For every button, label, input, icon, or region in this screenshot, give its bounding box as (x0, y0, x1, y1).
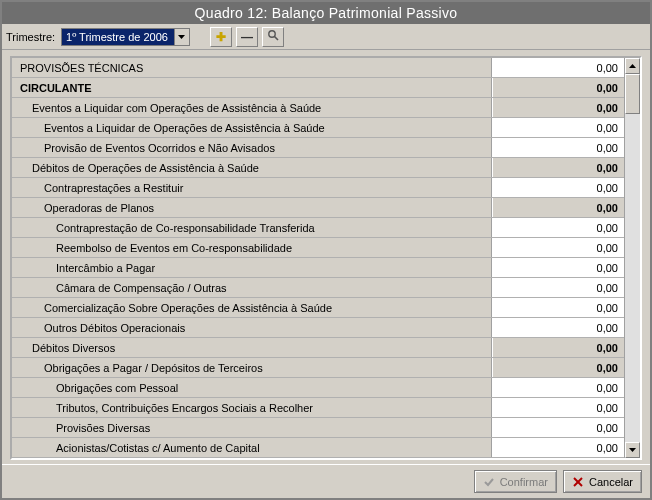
titlebar: Quadro 12: Balanço Patrimonial Passivo (2, 2, 650, 24)
row-value[interactable]: 0,00 (492, 278, 624, 297)
row-value[interactable]: 0,00 (492, 158, 624, 177)
row-value[interactable]: 0,00 (492, 78, 624, 97)
table-row[interactable]: Obrigações a Pagar / Depósitos de Tercei… (12, 358, 624, 378)
row-label: Contraprestação de Co-responsabilidade T… (12, 218, 492, 237)
svg-point-1 (269, 31, 275, 37)
content-area: PROVISÕES TÉCNICAS0,00CIRCULANTE0,00Even… (2, 50, 650, 464)
row-label: Provisão de Eventos Ocorridos e Não Avis… (12, 138, 492, 157)
table-row[interactable]: Provisões Diversas0,00 (12, 418, 624, 438)
row-value[interactable]: 0,00 (492, 238, 624, 257)
table-row[interactable]: Eventos a Liquidar de Operações de Assis… (12, 118, 624, 138)
row-label: CIRCULANTE (12, 78, 492, 97)
table-row[interactable]: CIRCULANTE0,00 (12, 78, 624, 98)
scroll-track[interactable] (625, 74, 640, 442)
check-icon (483, 476, 495, 488)
scroll-thumb[interactable] (625, 74, 640, 114)
row-value[interactable]: 0,00 (492, 98, 624, 117)
row-value[interactable]: 0,00 (492, 258, 624, 277)
trimestre-label: Trimestre: (6, 31, 55, 43)
table-row[interactable]: Operadoras de Planos0,00 (12, 198, 624, 218)
plus-icon: ✚ (216, 30, 226, 44)
balance-grid: PROVISÕES TÉCNICAS0,00CIRCULANTE0,00Even… (10, 56, 642, 460)
row-label: Contraprestações a Restituir (12, 178, 492, 197)
row-value[interactable]: 0,00 (492, 318, 624, 337)
row-value[interactable]: 0,00 (492, 198, 624, 217)
row-label: Operadoras de Planos (12, 198, 492, 217)
table-row[interactable]: Reembolso de Eventos em Co-responsabilid… (12, 238, 624, 258)
table-row[interactable]: Tributos, Contribuições Encargos Sociais… (12, 398, 624, 418)
chevron-down-icon[interactable] (174, 29, 189, 45)
row-value[interactable]: 0,00 (492, 298, 624, 317)
table-row[interactable]: Eventos a Liquidar com Operações de Assi… (12, 98, 624, 118)
app-window: Quadro 12: Balanço Patrimonial Passivo T… (0, 0, 652, 500)
row-label: Acionistas/Cotistas c/ Aumento de Capita… (12, 438, 492, 457)
row-value[interactable]: 0,00 (492, 58, 624, 77)
row-label: Reembolso de Eventos em Co-responsabilid… (12, 238, 492, 257)
row-value[interactable]: 0,00 (492, 438, 624, 457)
row-label: Intercâmbio a Pagar (12, 258, 492, 277)
window-title: Quadro 12: Balanço Patrimonial Passivo (195, 5, 458, 21)
table-row[interactable]: Intercâmbio a Pagar0,00 (12, 258, 624, 278)
grid-rows: PROVISÕES TÉCNICAS0,00CIRCULANTE0,00Even… (12, 58, 624, 458)
row-value[interactable]: 0,00 (492, 398, 624, 417)
toolbar: Trimestre: 1º Trimestre de 2006 ✚ — (2, 24, 650, 50)
table-row[interactable]: Provisão de Eventos Ocorridos e Não Avis… (12, 138, 624, 158)
row-label: Tributos, Contribuições Encargos Sociais… (12, 398, 492, 417)
table-row[interactable]: Acionistas/Cotistas c/ Aumento de Capita… (12, 438, 624, 458)
table-row[interactable]: Contraprestações a Restituir0,00 (12, 178, 624, 198)
row-value[interactable]: 0,00 (492, 178, 624, 197)
row-value[interactable]: 0,00 (492, 118, 624, 137)
trimestre-select[interactable]: 1º Trimestre de 2006 (61, 28, 190, 46)
table-row[interactable]: Débitos Diversos0,00 (12, 338, 624, 358)
svg-marker-4 (629, 448, 636, 452)
table-row[interactable]: Contraprestação de Co-responsabilidade T… (12, 218, 624, 238)
table-row[interactable]: Câmara de Compensação / Outras0,00 (12, 278, 624, 298)
row-value[interactable]: 0,00 (492, 338, 624, 357)
remove-button[interactable]: — (236, 27, 258, 47)
scroll-up-icon[interactable] (625, 58, 640, 74)
minus-icon: — (241, 30, 253, 44)
row-label: Outros Débitos Operacionais (12, 318, 492, 337)
table-row[interactable]: Débitos de Operações de Assistência à Sa… (12, 158, 624, 178)
row-label: Obrigações com Pessoal (12, 378, 492, 397)
confirm-label: Confirmar (500, 476, 548, 488)
trimestre-value: 1º Trimestre de 2006 (62, 29, 174, 45)
svg-line-2 (274, 37, 278, 41)
row-label: Débitos Diversos (12, 338, 492, 357)
table-row[interactable]: Outros Débitos Operacionais0,00 (12, 318, 624, 338)
table-row[interactable]: PROVISÕES TÉCNICAS0,00 (12, 58, 624, 78)
row-value[interactable]: 0,00 (492, 138, 624, 157)
row-label: Câmara de Compensação / Outras (12, 278, 492, 297)
row-label: Obrigações a Pagar / Depósitos de Tercei… (12, 358, 492, 377)
row-label: Comercialização Sobre Operações de Assis… (12, 298, 492, 317)
row-value[interactable]: 0,00 (492, 218, 624, 237)
row-value[interactable]: 0,00 (492, 358, 624, 377)
footer: Confirmar Cancelar (2, 464, 650, 498)
confirm-button[interactable]: Confirmar (474, 470, 557, 493)
vertical-scrollbar[interactable] (624, 58, 640, 458)
add-button[interactable]: ✚ (210, 27, 232, 47)
row-label: Eventos a Liquidar de Operações de Assis… (12, 118, 492, 137)
svg-marker-3 (629, 64, 636, 68)
search-icon (267, 29, 279, 44)
row-value[interactable]: 0,00 (492, 378, 624, 397)
cancel-label: Cancelar (589, 476, 633, 488)
svg-marker-0 (178, 35, 185, 39)
row-label: PROVISÕES TÉCNICAS (12, 58, 492, 77)
table-row[interactable]: Comercialização Sobre Operações de Assis… (12, 298, 624, 318)
search-button[interactable] (262, 27, 284, 47)
cancel-button[interactable]: Cancelar (563, 470, 642, 493)
row-value[interactable]: 0,00 (492, 418, 624, 437)
row-label: Débitos de Operações de Assistência à Sa… (12, 158, 492, 177)
scroll-down-icon[interactable] (625, 442, 640, 458)
row-label: Eventos a Liquidar com Operações de Assi… (12, 98, 492, 117)
close-icon (572, 476, 584, 488)
table-row[interactable]: Obrigações com Pessoal0,00 (12, 378, 624, 398)
row-label: Provisões Diversas (12, 418, 492, 437)
